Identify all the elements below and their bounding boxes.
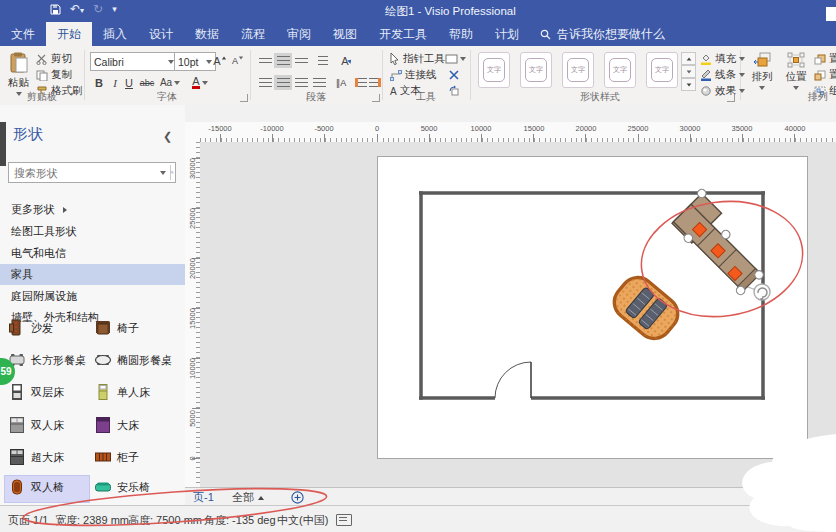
tell-me-box[interactable]: 告诉我你想要做什么 [530, 22, 675, 46]
tools-group-label: 工具 [382, 90, 470, 104]
styles-scroll-down[interactable] [681, 65, 696, 78]
all-pages-button[interactable]: 全部 [232, 490, 264, 505]
rotate-text-button[interactable]: A [338, 53, 356, 68]
shape-double-bed[interactable]: 双人床 [8, 415, 64, 435]
font-size-combo[interactable]: 10pt [174, 52, 216, 71]
shape-chair[interactable]: 椅子 [94, 318, 139, 338]
shape-search-input[interactable] [9, 167, 156, 179]
shape-style-swatch-5[interactable]: 文字 [646, 52, 678, 88]
status-height[interactable]: 高度: 7500 mm [128, 513, 202, 528]
category-electrical-telecom[interactable]: 电气和电信 [0, 243, 187, 264]
fill-button[interactable]: 填充 [700, 52, 745, 66]
text-direction-button[interactable]: ∥A [332, 75, 350, 90]
status-language[interactable]: 中文(中国) [277, 513, 328, 528]
tab-design[interactable]: 设计 [138, 22, 184, 46]
shape-styles-dialog-launcher[interactable] [727, 94, 735, 102]
rotation-handle[interactable] [754, 284, 770, 301]
arrange-button[interactable]: 排列 [748, 52, 776, 90]
tab-plan[interactable]: 计划 [484, 22, 530, 46]
sofa-shape-selected[interactable] [667, 188, 777, 301]
fill-label: 填充 [715, 52, 736, 66]
increase-indent-button[interactable] [366, 75, 384, 90]
tab-data[interactable]: 数据 [184, 22, 230, 46]
category-garden-accessories[interactable]: 庭园附属设施 [0, 286, 187, 307]
keyboard-icon[interactable] [336, 514, 352, 526]
category-more-shapes[interactable]: 更多形状 [0, 199, 187, 220]
connector-tool-button[interactable]: 连接线 [390, 68, 437, 82]
font-dialog-launcher[interactable] [240, 94, 248, 102]
styles-scroll-up[interactable] [681, 52, 696, 65]
search-dropdown-icon[interactable] [160, 171, 166, 175]
line-button[interactable]: 线条 [700, 68, 745, 82]
shape-style-swatch-3[interactable]: 文字 [562, 52, 594, 88]
pointer-tool-button[interactable]: 指针工具 [390, 52, 445, 66]
shape-single-bed[interactable]: 单人床 [94, 382, 150, 402]
collapse-panel-icon[interactable]: ❮ [163, 130, 172, 143]
category-drawing-tool-shapes[interactable]: 绘图工具形状 [0, 221, 187, 242]
category-furniture[interactable]: 家具 [0, 264, 187, 285]
align-bottom-button[interactable] [292, 53, 310, 68]
shape-style-swatch-1[interactable]: 文字 [478, 52, 510, 88]
add-page-icon [291, 491, 304, 504]
tab-review[interactable]: 审阅 [276, 22, 322, 46]
grow-font-button[interactable]: A [211, 53, 229, 68]
font-family-combo[interactable]: Calibri [90, 52, 178, 71]
shape-loveseat[interactable]: 双人椅 [8, 477, 64, 497]
shape-extra-large-bed[interactable]: 超大床 [8, 447, 64, 467]
rectangle-tool-button[interactable] [443, 51, 467, 66]
bullet-list-button[interactable] [314, 53, 332, 68]
change-case-button[interactable]: Aa [158, 75, 182, 90]
visio-window: ↶▾ ↻ ▾ 绘图1 - Visio Professional 文件 开始 插入… [0, 0, 836, 532]
justify-button[interactable] [310, 75, 328, 90]
save-icon[interactable] [50, 4, 61, 15]
shape-oval-dining-table[interactable]: 椭圆形餐桌 [94, 350, 172, 370]
tab-view[interactable]: 视图 [322, 22, 368, 46]
shape-cabinet[interactable]: 柜子 [94, 447, 139, 467]
page-tab-1[interactable]: 页-1 [193, 490, 214, 505]
status-angle[interactable]: 角度: -135 deg [204, 513, 276, 528]
shape-easy-chair[interactable]: 安乐椅 [94, 477, 150, 497]
align-center-button[interactable] [274, 75, 292, 90]
copy-icon [36, 70, 48, 81]
position-button[interactable]: 位置 [782, 52, 810, 90]
shape-rect-dining-table[interactable]: 长方形餐桌 [8, 350, 86, 370]
bring-to-front-button[interactable]: 置于 [814, 52, 836, 66]
arrange-label: 排列 [752, 70, 773, 84]
paragraph-dialog-launcher[interactable] [372, 94, 380, 102]
undo-icon[interactable]: ↶▾ [70, 2, 84, 16]
shrink-font-button[interactable]: A [229, 53, 247, 68]
copy-button[interactable]: 复制 [36, 68, 72, 82]
connector-tool-label: 连接线 [405, 68, 437, 82]
send-to-back-button[interactable]: 置于 [814, 68, 836, 82]
status-page-info[interactable]: 页面 1/1 [8, 513, 48, 528]
door-shape[interactable] [495, 362, 531, 398]
align-middle-button[interactable] [274, 53, 292, 68]
cut-button[interactable]: 剪切 [36, 52, 72, 66]
docked-stencil-strip[interactable] [0, 122, 6, 166]
search-go-icon[interactable] [170, 166, 175, 179]
align-left-button[interactable] [256, 75, 274, 90]
shape-style-swatch-4[interactable]: 文字 [604, 52, 636, 88]
tab-help[interactable]: 帮助 [438, 22, 484, 46]
tab-developer[interactable]: 开发工具 [368, 22, 438, 46]
customize-qat-icon[interactable]: ▾ [112, 4, 117, 14]
align-right-button[interactable] [292, 75, 310, 90]
copy-label: 复制 [51, 68, 72, 82]
effects-button[interactable]: 效果 [700, 84, 745, 98]
shape-bunk-bed[interactable]: 双层床 [8, 382, 64, 402]
align-top-button[interactable] [256, 53, 274, 68]
tab-insert[interactable]: 插入 [92, 22, 138, 46]
font-color-button[interactable]: A [188, 75, 212, 90]
tab-file[interactable]: 文件 [0, 22, 46, 46]
shape-sofa[interactable]: 沙发 [8, 318, 53, 338]
connection-point-tool-button[interactable] [445, 67, 463, 82]
strikethrough-button[interactable]: abc [136, 75, 158, 90]
status-width[interactable]: 宽度: 2389 mm [55, 513, 129, 528]
shape-search-box[interactable] [8, 162, 176, 183]
tab-process[interactable]: 流程 [230, 22, 276, 46]
tab-home[interactable]: 开始 [46, 22, 92, 46]
loveseat-shape[interactable] [607, 271, 684, 346]
shape-large-bed[interactable]: 大床 [94, 415, 139, 435]
redo-icon[interactable]: ↻ [93, 2, 103, 16]
shape-style-swatch-2[interactable]: 文字 [520, 52, 552, 88]
